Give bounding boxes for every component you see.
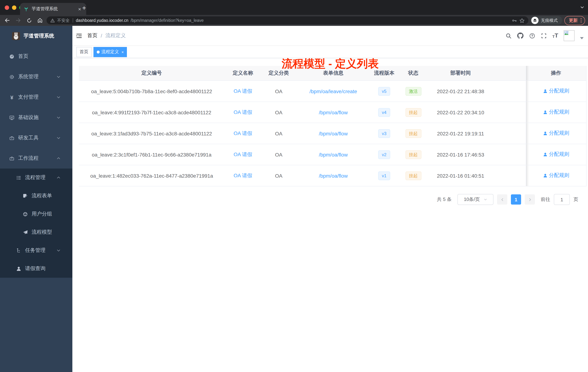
chevron-right-icon bbox=[528, 197, 532, 201]
top-navbar: 首页 / 流程定义 TT bbox=[72, 26, 588, 46]
form-link[interactable]: /bpm/oa/flow bbox=[319, 131, 348, 136]
page-goto-input[interactable] bbox=[554, 194, 570, 205]
sidebar-item-label: 首页 bbox=[18, 53, 28, 60]
sidebar-collapse-icon[interactable] bbox=[76, 33, 82, 39]
version-badge: v3 bbox=[378, 129, 390, 138]
definition-name-link[interactable]: OA 请假 bbox=[234, 172, 252, 178]
tab-search-chevron-icon[interactable] bbox=[580, 5, 584, 10]
breadcrumb-separator: / bbox=[101, 33, 102, 39]
cell-category: OA bbox=[262, 81, 296, 102]
cell-definition-id: oa_leave:3:1fad3d93-7b75-11ec-a3c8-acde4… bbox=[79, 123, 224, 144]
github-icon[interactable] bbox=[517, 33, 524, 39]
password-key-icon[interactable] bbox=[512, 18, 517, 23]
dashboard-icon bbox=[9, 54, 15, 59]
definition-name-link[interactable]: OA 请假 bbox=[234, 109, 252, 115]
minimize-window-button[interactable] bbox=[12, 5, 16, 10]
sidebar-item-home[interactable]: 首页 bbox=[0, 46, 72, 67]
form-link[interactable]: /bpm/oa/leave/create bbox=[309, 88, 357, 94]
new-tab-button[interactable]: + bbox=[82, 5, 86, 11]
home-icon[interactable] bbox=[36, 16, 44, 25]
form-link[interactable]: /bpm/oa/flow bbox=[319, 152, 348, 157]
assign-rule-button[interactable]: 分配规则 bbox=[543, 130, 569, 137]
sidebar-item-process-model[interactable]: 流程模型 bbox=[0, 223, 72, 241]
font-size-icon[interactable]: TT bbox=[552, 33, 558, 39]
forward-icon[interactable] bbox=[14, 16, 22, 25]
assign-rule-button[interactable]: 分配规则 bbox=[543, 172, 569, 179]
tag-home[interactable]: 首页 bbox=[76, 47, 92, 57]
page-size-value: 10条/页 bbox=[464, 196, 480, 203]
chevron-down-icon bbox=[56, 115, 61, 120]
pagination: 共 5 条 10条/页 1 前往 页 bbox=[79, 194, 586, 205]
sidebar-item-system[interactable]: 系统管理 bbox=[0, 67, 72, 87]
form-link[interactable]: /bpm/oa/flow bbox=[319, 173, 348, 178]
sidebar-item-leave-query[interactable]: 请假查询 bbox=[0, 260, 72, 278]
assign-rule-button[interactable]: 分配规则 bbox=[543, 88, 569, 94]
sidebar-item-label: 系统管理 bbox=[18, 74, 39, 80]
sidebar-item-dev-tools[interactable]: 研发工具 bbox=[0, 128, 72, 148]
avatar-caret-icon[interactable] bbox=[580, 37, 584, 39]
yen-icon: ¥ bbox=[9, 94, 15, 100]
chrome-update-button[interactable]: 更新 bbox=[564, 16, 585, 25]
bookmark-star-icon[interactable] bbox=[519, 18, 525, 23]
menu-dots-icon[interactable] bbox=[580, 18, 581, 22]
table-row: oa_leave:3:1fad3d93-7b75-11ec-a3c8-acde4… bbox=[79, 123, 586, 144]
sidebar-item-task-management[interactable]: 任务管理 bbox=[0, 241, 72, 260]
update-label[interactable]: 更新 bbox=[569, 17, 578, 23]
tab-close-icon[interactable]: × bbox=[77, 6, 83, 12]
fullscreen-icon[interactable] bbox=[541, 33, 547, 39]
breadcrumb-home[interactable]: 首页 bbox=[87, 33, 97, 39]
form-edit-icon bbox=[22, 193, 28, 198]
help-icon[interactable] bbox=[529, 33, 535, 39]
url-host[interactable]: dashboard.yudao.iocoder.cn bbox=[76, 18, 128, 22]
tab-title: 芋道管理系统 bbox=[32, 6, 77, 12]
reload-icon[interactable] bbox=[25, 16, 33, 25]
assign-rule-button[interactable]: 分配规则 bbox=[543, 109, 569, 116]
form-link[interactable]: /bpm/oa/flow bbox=[319, 109, 348, 115]
current-page-button[interactable]: 1 bbox=[511, 194, 521, 205]
status-badge: 挂起 bbox=[405, 129, 421, 138]
prev-page-button[interactable] bbox=[497, 194, 507, 205]
sidebar-item-workflow[interactable]: 工作流程 bbox=[0, 148, 72, 169]
cell-category: OA bbox=[262, 123, 296, 144]
status-badge: 激活 bbox=[405, 87, 421, 96]
sidebar-item-process-form[interactable]: 流程表单 bbox=[0, 187, 72, 205]
tags-view-bar: 首页 流程定义 × bbox=[72, 46, 588, 58]
table-row: oa_leave:5:004b710b-7b8a-11ec-8ef0-acde4… bbox=[79, 81, 586, 102]
search-icon[interactable] bbox=[505, 33, 512, 39]
back-icon[interactable] bbox=[3, 16, 12, 25]
sidebar-item-payment[interactable]: ¥ 支付管理 bbox=[0, 87, 72, 107]
col-actions: 操作 bbox=[526, 66, 586, 81]
definition-name-link[interactable]: OA 请假 bbox=[234, 151, 252, 157]
col-form-info: 表单信息 bbox=[296, 66, 370, 81]
address-bar[interactable]: 不安全 dashboard.yudao.iocoder.cn/bpm/manag… bbox=[47, 16, 528, 24]
sidebar-item-label: 流程表单 bbox=[32, 193, 52, 199]
sidebar-item-process-management[interactable]: 流程管理 bbox=[0, 169, 72, 187]
sidebar-item-label: 用户分组 bbox=[32, 211, 52, 217]
browser-tab[interactable]: 芋道管理系统 × bbox=[20, 3, 86, 15]
next-page-button[interactable] bbox=[525, 194, 535, 205]
chevron-down-icon bbox=[483, 198, 487, 201]
not-secure-label[interactable]: 不安全 bbox=[57, 18, 70, 23]
version-badge: v4 bbox=[378, 108, 390, 117]
cell-category: OA bbox=[262, 144, 296, 165]
col-filler bbox=[492, 66, 526, 81]
definition-name-link[interactable]: OA 请假 bbox=[234, 88, 252, 94]
incognito-badge: 无痕模式 bbox=[530, 16, 562, 25]
definition-name-link[interactable]: OA 请假 bbox=[234, 130, 252, 136]
cell-deploy-time: 2022-01-16 17:46:53 bbox=[429, 144, 492, 165]
logo-avatar bbox=[12, 32, 20, 40]
sidebar-item-user-group[interactable]: 用户分组 bbox=[0, 205, 72, 223]
assign-rule-button[interactable]: 分配规则 bbox=[543, 151, 569, 158]
sidebar-item-infrastructure[interactable]: 基础设施 bbox=[0, 107, 72, 128]
tag-process-definition[interactable]: 流程定义 × bbox=[94, 47, 127, 57]
cell-definition-id: oa_leave:1:482ec033-762a-11ec-8477-a2380… bbox=[79, 165, 224, 186]
page-size-select[interactable]: 10条/页 bbox=[457, 194, 494, 205]
avatar[interactable] bbox=[564, 30, 575, 41]
task-tree-icon bbox=[16, 248, 21, 253]
url-path[interactable]: /bpm/manager/definition?key=oa_leave bbox=[131, 18, 204, 22]
close-window-button[interactable] bbox=[5, 5, 9, 10]
toolbox-icon bbox=[9, 135, 15, 141]
not-secure-warning-icon[interactable] bbox=[50, 18, 55, 23]
tag-close-icon[interactable]: × bbox=[121, 50, 124, 54]
active-dot bbox=[97, 50, 100, 53]
